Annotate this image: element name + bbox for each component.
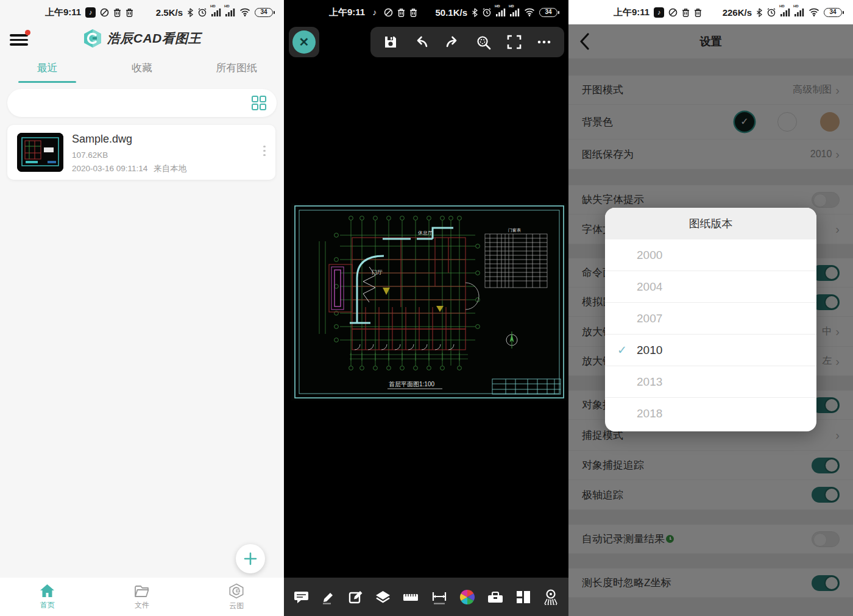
trash-icon <box>126 8 133 17</box>
signal-icon: HD <box>211 8 221 17</box>
dnd-icon <box>100 8 109 17</box>
signal-icon: HD <box>780 8 790 17</box>
color-wheel-button[interactable] <box>459 589 476 606</box>
annotation-toolbar <box>284 578 568 616</box>
trash-icon <box>397 8 405 17</box>
signal-icon: HD <box>795 8 804 17</box>
trash-icon <box>409 8 417 17</box>
layers-tool-button[interactable] <box>375 589 391 605</box>
cloud-drawing-icon <box>228 583 244 599</box>
file-meta: 2020-03-16 09:11:14来自本地 <box>72 163 193 174</box>
add-drawing-button[interactable] <box>236 544 265 573</box>
file-name: Sample.dwg <box>72 133 132 146</box>
close-drawing-button[interactable]: ✕ <box>289 27 319 57</box>
file-list-item[interactable]: Sample.dwg 107.62KB 2020-03-16 09:11:14来… <box>7 125 275 180</box>
measure-tool-button[interactable] <box>431 589 448 605</box>
drawing-caption: 首层平面图1:100 <box>389 381 434 388</box>
alarm-icon <box>197 7 207 17</box>
file-date: 2020-03-16 09:11:14 <box>72 164 147 173</box>
close-icon: ✕ <box>292 30 316 54</box>
version-option-2000[interactable]: ✓2000 <box>605 239 816 271</box>
plus-icon <box>243 551 258 566</box>
signal-icon: HD <box>496 8 506 17</box>
wifi-icon <box>239 8 250 16</box>
zoom-select-button[interactable] <box>475 34 492 51</box>
network-speed: 50.1K/s <box>435 7 467 18</box>
more-button[interactable] <box>536 34 552 50</box>
table-title: 门窗表 <box>508 228 521 233</box>
signal-icon: HD <box>510 8 520 17</box>
bottom-navigation: 首页 文件 云图 <box>0 578 284 616</box>
file-thumbnail <box>17 133 63 172</box>
comment-tool-button[interactable] <box>293 589 310 605</box>
drawing-version-dialog: 图纸版本 ✓2000 ✓2004 ✓2007 ✓2010 ✓2013 ✓2018 <box>605 208 816 431</box>
tab-favorites[interactable]: 收藏 <box>94 57 189 83</box>
nav-cloud[interactable]: 云图 <box>189 578 284 616</box>
network-speed: 2.5K/s <box>156 7 183 18</box>
version-option-2004[interactable]: ✓2004 <box>605 271 816 303</box>
pencil-tool-button[interactable] <box>320 589 336 605</box>
alarm-icon <box>482 7 492 17</box>
check-icon: ✓ <box>617 343 627 357</box>
home-tabs: 最近 收藏 所有图纸 <box>0 57 284 83</box>
network-speed: 226K/s <box>723 7 752 18</box>
wifi-icon <box>524 8 535 16</box>
home-header: 浩辰CAD看图王 <box>0 24 284 57</box>
file-source: 来自本地 <box>154 164 186 173</box>
version-option-2018[interactable]: ✓2018 <box>605 398 816 430</box>
trash-icon <box>682 8 690 17</box>
bluetooth-icon <box>187 8 193 17</box>
status-time: 上午9:11 <box>614 7 649 18</box>
bluetooth-icon <box>472 8 478 17</box>
version-option-2013[interactable]: ✓2013 <box>605 366 816 398</box>
save-button[interactable] <box>383 34 398 50</box>
wifi-icon <box>809 8 819 16</box>
music-note-icon: ♪ <box>369 7 380 18</box>
toolbox-button[interactable] <box>487 589 504 605</box>
home-icon <box>39 584 55 598</box>
tab-recent[interactable]: 最近 <box>0 57 94 83</box>
tab-all-drawings[interactable]: 所有图纸 <box>189 57 284 83</box>
dnd-icon <box>384 8 393 17</box>
search-input[interactable] <box>7 89 277 117</box>
trash-icon <box>113 8 121 17</box>
fullscreen-button[interactable] <box>506 34 522 50</box>
undo-button[interactable] <box>412 34 430 50</box>
music-note-icon: ♪ <box>85 7 96 18</box>
folder-icon <box>133 584 150 598</box>
redo-button[interactable] <box>444 34 461 50</box>
battery-icon: 34 <box>255 8 273 17</box>
viewpoint-tool-button[interactable] <box>542 589 559 605</box>
home-screen-panel: 上午9:11 ♪ 2.5K/s HD HD 34 <box>0 0 284 616</box>
nav-home[interactable]: 首页 <box>0 578 94 616</box>
alarm-icon <box>766 7 776 17</box>
battery-icon: 34 <box>539 8 557 17</box>
file-size: 107.62KB <box>72 150 108 160</box>
drawing-viewer-panel: 上午9:11 ♪ 50.1K/s HD HD 34 ✕ <box>284 0 568 616</box>
layout-tool-button[interactable] <box>515 589 531 605</box>
trash-icon <box>694 8 702 17</box>
music-note-icon: ♪ <box>654 7 664 18</box>
signal-icon: HD <box>225 8 235 17</box>
app-title: 浩辰CAD看图王 <box>107 30 202 47</box>
bluetooth-icon <box>756 8 762 17</box>
settings-panel: 上午9:11 ♪ 226K/s HD HD 34 设置 <box>568 0 853 616</box>
edit-tool-button[interactable] <box>348 589 364 605</box>
room-label-rest-hall: 休息厅 <box>418 230 433 236</box>
ruler-tool-button[interactable] <box>402 589 419 605</box>
nav-files[interactable]: 文件 <box>94 578 189 616</box>
grid-view-icon[interactable] <box>251 95 267 111</box>
file-more-button[interactable] <box>263 143 266 158</box>
app-logo-icon <box>83 28 102 49</box>
status-time: 上午9:11 <box>45 7 81 18</box>
cad-drawing-canvas[interactable]: 休息厅 门厅 门窗表 首层平面图1:100 <box>291 204 567 400</box>
version-option-2010-selected[interactable]: ✓2010 <box>605 335 816 366</box>
status-bar: 上午9:11 ♪ 226K/s HD HD 34 <box>568 0 853 24</box>
status-time: 上午9:11 <box>329 7 365 18</box>
dialog-title: 图纸版本 <box>605 208 816 239</box>
viewer-toolbar <box>370 27 564 57</box>
app-logo: 浩辰CAD看图王 <box>0 28 284 49</box>
version-option-2007[interactable]: ✓2007 <box>605 303 816 335</box>
screenshot-root: 上午9:11 ♪ 2.5K/s HD HD 34 <box>0 0 853 616</box>
status-bar: 上午9:11 ♪ 50.1K/s HD HD 34 <box>284 0 568 24</box>
